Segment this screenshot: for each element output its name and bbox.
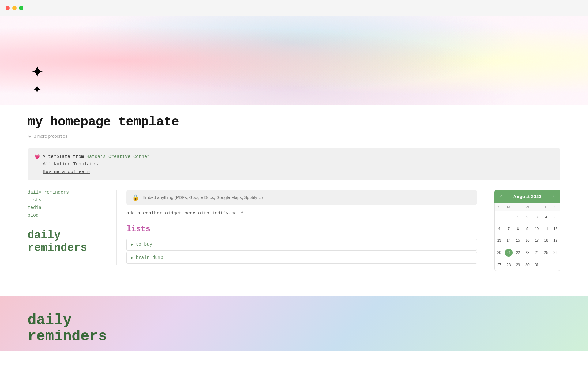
sidebar-nav: daily reminders lists media blog	[28, 190, 109, 218]
calendar-next-button[interactable]: ›	[551, 193, 556, 200]
calendar-empty-cell	[541, 259, 551, 271]
maximize-button[interactable]	[19, 6, 23, 10]
calendar-day-1[interactable]: 1	[513, 211, 523, 223]
calendar-day-31[interactable]: 31	[532, 259, 541, 271]
calendar-day-22[interactable]: 22	[513, 246, 523, 259]
day-friday: F	[541, 203, 551, 211]
main-layout: daily reminders lists media blog daily r…	[28, 190, 560, 271]
calendar-day-16[interactable]: 16	[523, 235, 532, 246]
daily-reminders-footer-title: daily reminders	[28, 312, 107, 345]
calendar-day-19[interactable]: 19	[551, 235, 560, 246]
calendar-day-25[interactable]: 25	[541, 246, 551, 259]
calendar-day-28[interactable]: 28	[504, 259, 514, 271]
calendar-day-29[interactable]: 29	[513, 259, 523, 271]
calendar-day-8[interactable]: 8	[513, 223, 523, 235]
list-items: ▶ to buy ▶ brain dump	[126, 239, 477, 264]
calendar-day-4[interactable]: 4	[541, 211, 551, 223]
callout-link-2-line: Buy me a coffee ☕	[34, 169, 554, 174]
sidebar-item-lists[interactable]: lists	[28, 197, 109, 203]
weather-caret: ^	[241, 211, 243, 216]
day-sunday: S	[495, 203, 504, 211]
calendar-day-21[interactable]: 21	[504, 246, 514, 259]
calendar: ‹ August 2023 › S M T W T F S 1234567891…	[487, 190, 560, 271]
calendar-day-7[interactable]: 7	[504, 223, 514, 235]
calendar-day-17[interactable]: 17	[532, 235, 541, 246]
hero-banner: ✦✦	[0, 16, 588, 105]
center-content: 🔒 Embed anything (PDFs, Google Docs, Goo…	[116, 190, 487, 265]
calendar-body: S M T W T F S 12345678910111213141516171…	[494, 203, 560, 271]
callout-box: 💗 A template from Hafsa's Creative Corne…	[28, 148, 560, 180]
properties-label: 3 more properties	[34, 134, 67, 139]
calendar-day-13[interactable]: 13	[495, 235, 504, 246]
calendar-month-title: August 2023	[513, 194, 542, 199]
weather-line: add a weather widget here with indify.co…	[126, 211, 477, 216]
calendar-day-2[interactable]: 2	[523, 211, 532, 223]
calendar-empty-cell	[504, 211, 514, 223]
calendar-day-9[interactable]: 9	[523, 223, 532, 235]
lists-section-title: lists	[126, 224, 477, 234]
calendar-empty-cell	[495, 211, 504, 223]
calendar-day-10[interactable]: 10	[532, 223, 541, 235]
calendar-day-names: S M T W T F S	[495, 203, 560, 211]
calendar-grid: 1234567891011121314151617181920212223242…	[495, 211, 560, 271]
calendar-empty-cell	[551, 259, 560, 271]
all-templates-link[interactable]: All Notion Templates	[43, 162, 98, 167]
calendar-day-5[interactable]: 5	[551, 211, 560, 223]
calendar-day-12[interactable]: 12	[551, 223, 560, 235]
titlebar	[0, 0, 588, 16]
calendar-day-18[interactable]: 18	[541, 235, 551, 246]
calendar-prev-button[interactable]: ‹	[499, 193, 504, 200]
calendar-day-27[interactable]: 27	[495, 259, 504, 271]
calendar-day-6[interactable]: 6	[495, 223, 504, 235]
day-tuesday: T	[513, 203, 523, 211]
weather-link[interactable]: indify.co	[212, 211, 237, 216]
day-wednesday: W	[523, 203, 532, 211]
sidebar: daily reminders lists media blog daily r…	[28, 190, 116, 255]
sidebar-item-blog[interactable]: blog	[28, 213, 109, 218]
properties-toggle[interactable]: 3 more properties	[28, 134, 560, 139]
calendar-day-23[interactable]: 23	[523, 246, 532, 259]
calendar-day-20[interactable]: 20	[495, 246, 504, 259]
expand-icon: ▶	[131, 242, 133, 247]
buy-coffee-link[interactable]: Buy me a coffee ☕	[43, 169, 90, 174]
callout-prefix: A template from	[43, 154, 84, 159]
callout-emoji: 💗	[34, 154, 40, 160]
list-item-label: to buy	[136, 242, 152, 247]
close-button[interactable]	[6, 6, 10, 10]
list-item-to-buy[interactable]: ▶ to buy	[126, 239, 477, 251]
minimize-button[interactable]	[12, 6, 17, 10]
list-item-label: brain dump	[136, 255, 163, 260]
weather-text: add a weather widget here with	[126, 211, 209, 216]
page-content: my homepage template 3 more properties 💗…	[0, 115, 588, 271]
calendar-header: ‹ August 2023 ›	[494, 190, 560, 203]
callout-link-1-line: All Notion Templates	[34, 162, 554, 167]
sidebar-item-daily-reminders[interactable]: daily reminders	[28, 190, 109, 195]
lock-icon: 🔒	[132, 194, 139, 201]
callout-author-line: 💗 A template from Hafsa's Creative Corne…	[34, 154, 554, 160]
calendar-day-30[interactable]: 30	[523, 259, 532, 271]
day-monday: M	[504, 203, 514, 211]
embed-box[interactable]: 🔒 Embed anything (PDFs, Google Docs, Goo…	[126, 190, 477, 205]
calendar-day-24[interactable]: 24	[532, 246, 541, 259]
calendar-day-11[interactable]: 11	[541, 223, 551, 235]
list-item-brain-dump[interactable]: ▶ brain dump	[126, 252, 477, 264]
page-title: my homepage template	[28, 115, 560, 129]
sparkle-decoration: ✦✦	[31, 64, 44, 96]
calendar-day-14[interactable]: 14	[504, 235, 514, 246]
daily-reminders-banner: daily reminders	[0, 296, 588, 351]
sidebar-section-title: daily reminders	[28, 229, 109, 255]
chevron-down-icon	[28, 134, 32, 138]
day-thursday: T	[532, 203, 541, 211]
calendar-day-15[interactable]: 15	[513, 235, 523, 246]
calendar-day-3[interactable]: 3	[532, 211, 541, 223]
expand-icon: ▶	[131, 255, 133, 260]
embed-placeholder: Embed anything (PDFs, Google Docs, Googl…	[142, 195, 263, 200]
callout-author: Hafsa's Creative Corner	[86, 154, 150, 159]
sidebar-item-media[interactable]: media	[28, 205, 109, 210]
calendar-day-26[interactable]: 26	[551, 246, 560, 259]
day-saturday: S	[551, 203, 560, 211]
